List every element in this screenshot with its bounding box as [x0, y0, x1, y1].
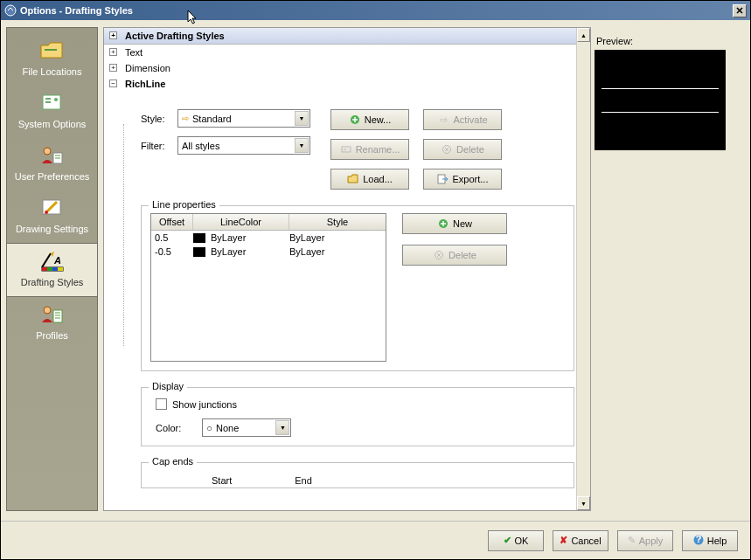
cell-color: ByLayer [211, 232, 246, 243]
tree-item-label: Text [125, 47, 143, 58]
color-label: Color: [156, 423, 181, 433]
svg-point-15 [44, 307, 51, 314]
arrow-right-icon: ⇨ [182, 114, 189, 123]
export-button[interactable]: Export... [423, 169, 502, 190]
scroll-down-button[interactable]: ▼ [577, 496, 590, 510]
plus-icon [437, 218, 449, 230]
sidebar-item-label: User Preferences [15, 171, 90, 182]
tree-pane: + Active Drafting Styles + Text + Dimens… [103, 27, 591, 511]
body: File Locations System Options User Prefe… [1, 20, 750, 518]
tree-item-text[interactable]: + Text [104, 45, 590, 60]
delete-icon [441, 143, 453, 156]
preview-panel: Preview: [595, 34, 734, 511]
display-fieldset: Display Show junctions Color: ○ None ▼ [141, 387, 574, 446]
capends-fieldset: Cap ends Start End [141, 462, 574, 488]
sidebar-item-profiles[interactable]: Profiles [7, 297, 97, 349]
svg-rect-11 [47, 267, 52, 271]
app-icon [4, 4, 17, 17]
titlebar: Options - Drafting Styles [1, 1, 750, 20]
delete-button[interactable]: Delete [423, 139, 502, 160]
plus-icon [349, 114, 361, 126]
folder-open-icon [347, 173, 359, 185]
style-select[interactable]: ⇨ Standard ▼ [177, 109, 310, 128]
collapse-icon[interactable]: − [109, 80, 117, 87]
expand-icon[interactable]: + [109, 64, 117, 72]
color-swatch [193, 233, 205, 243]
sidebar-item-drawing-settings[interactable]: Drawing Settings [7, 190, 97, 243]
tree-header-active-drafting-styles[interactable]: + Active Drafting Styles [104, 28, 590, 45]
show-junctions-checkbox[interactable] [156, 398, 167, 410]
sidebar-item-user-preferences[interactable]: User Preferences [7, 138, 97, 190]
activate-button[interactable]: ⇨ Activate [423, 109, 502, 130]
button-label: Delete [456, 144, 484, 155]
vertical-scrollbar[interactable]: ▲ ▼ [576, 28, 590, 510]
button-label: Cancel [571, 536, 601, 546]
expand-icon[interactable]: + [109, 31, 117, 39]
lineprops-new-button[interactable]: New [402, 213, 507, 234]
lineprops-delete-button[interactable]: Delete [402, 245, 507, 266]
filter-select[interactable]: All styles ▼ [177, 136, 310, 155]
cell-style: ByLayer [289, 246, 386, 257]
line-properties-table[interactable]: Offset LineColor Style 0.5 ByLayer ByLay… [150, 213, 386, 362]
column-header-linecolor[interactable]: LineColor [193, 214, 289, 230]
button-label: Rename... [356, 144, 400, 155]
cell-color: ByLayer [211, 246, 246, 257]
button-label: Apply [639, 536, 664, 546]
chevron-down-icon[interactable]: ▼ [275, 420, 289, 435]
rename-button[interactable]: Rename... [330, 139, 409, 160]
profiles-icon [38, 302, 67, 327]
svg-point-4 [54, 98, 58, 101]
apply-button[interactable]: ✎ Apply [617, 530, 673, 551]
svg-rect-10 [42, 267, 47, 271]
main-content: + Active Drafting Styles + Text + Dimens… [103, 20, 750, 518]
button-label: Delete [449, 250, 476, 260]
cell-offset: 0.5 [155, 232, 193, 243]
close-button[interactable] [733, 4, 747, 17]
sidebar-item-drafting-styles[interactable]: A Drafting Styles [7, 243, 97, 297]
window-title: Options - Drafting Styles [20, 5, 733, 16]
tree-header-label: Active Drafting Styles [125, 31, 225, 41]
column-header-style[interactable]: Style [289, 214, 386, 230]
style-label: Style: [141, 114, 177, 124]
tree-item-dimension[interactable]: + Dimension [104, 60, 590, 76]
table-row[interactable]: -0.5 ByLayer ByLayer [151, 245, 386, 259]
svg-rect-3 [45, 101, 51, 103]
capends-end-label: End [295, 475, 312, 486]
tree-item-richline[interactable]: − RichLine [104, 76, 590, 92]
check-icon: ✔ [504, 535, 511, 546]
display-color-select[interactable]: ○ None ▼ [202, 418, 291, 437]
sidebar-item-file-locations[interactable]: File Locations [7, 33, 97, 86]
tree-item-label: RichLine [125, 79, 165, 89]
color-value: None [216, 423, 239, 433]
chevron-down-icon[interactable]: ▼ [295, 138, 309, 153]
table-row[interactable]: 0.5 ByLayer ByLayer [151, 231, 386, 245]
fieldset-title: Line properties [149, 199, 219, 210]
ok-button[interactable]: ✔ OK [488, 530, 544, 551]
button-label: Help [707, 536, 727, 546]
options-icon [38, 91, 67, 115]
chevron-down-icon[interactable]: ▼ [295, 111, 309, 126]
button-label: Load... [363, 174, 393, 184]
svg-rect-12 [52, 267, 58, 271]
button-label: OK [515, 536, 529, 546]
expand-icon[interactable]: + [109, 48, 117, 56]
preview-line [601, 88, 719, 89]
style-value: Standard [192, 114, 232, 124]
close-icon [736, 7, 743, 14]
sidebar-item-system-options[interactable]: System Options [7, 86, 97, 138]
help-icon: ? [693, 535, 704, 547]
scroll-up-button[interactable]: ▲ [577, 28, 590, 42]
preview-line [601, 112, 719, 113]
cancel-button[interactable]: ✘ Cancel [553, 530, 608, 551]
sidebar-item-label: Profiles [36, 330, 68, 341]
richline-panel: Style: ⇨ Standard ▼ Filter: All [104, 92, 590, 497]
show-junctions-label: Show junctions [172, 399, 237, 410]
x-icon: ✘ [560, 535, 567, 546]
new-button[interactable]: New... [330, 109, 409, 130]
load-button[interactable]: Load... [330, 169, 409, 190]
help-button[interactable]: ? Help [682, 530, 738, 551]
column-header-offset[interactable]: Offset [151, 214, 193, 230]
svg-rect-13 [58, 267, 63, 271]
svg-text:A: A [53, 255, 61, 266]
cell-offset: -0.5 [155, 246, 193, 257]
